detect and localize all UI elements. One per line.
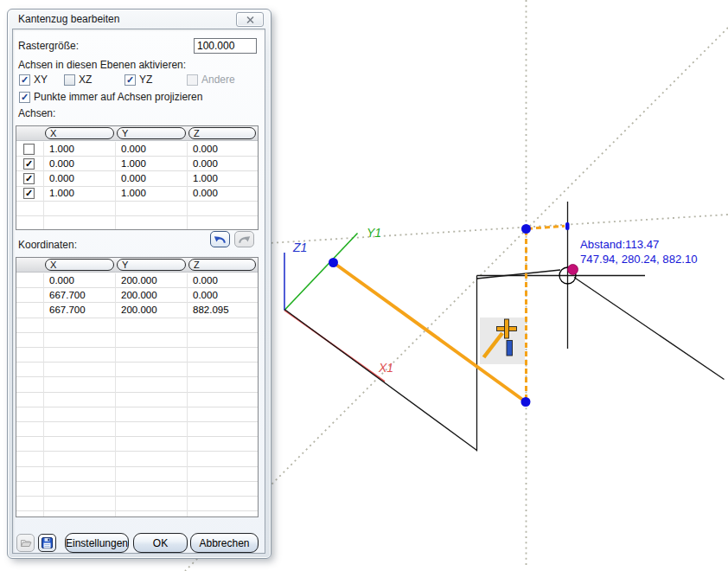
coord-cell-x[interactable]: 0.000 bbox=[49, 273, 74, 288]
open-folder-icon bbox=[20, 537, 32, 549]
checkbox-yz[interactable]: ✓ bbox=[125, 74, 136, 86]
koordinaten-row: 667.700 200.000 882.095 bbox=[16, 303, 258, 318]
axis-cell-x[interactable]: 0.000 bbox=[49, 157, 74, 171]
checkbox-xy-label: XY bbox=[34, 74, 48, 86]
redo-icon bbox=[238, 234, 251, 245]
achsen-row: 1.000 0.000 0.000 bbox=[16, 142, 258, 157]
close-button[interactable] bbox=[236, 12, 264, 27]
abbrechen-button[interactable]: Abbrechen bbox=[190, 533, 259, 553]
koordinaten-table: X Y Z 0.000 200.000 0.000 667.700 200.00… bbox=[16, 257, 259, 517]
checkbox-xz[interactable] bbox=[64, 74, 75, 86]
kantenzug-dialog: Kantenzug bearbeiten Rastergröße: Achsen… bbox=[7, 9, 271, 559]
axis-x1-label: X1 bbox=[378, 361, 393, 375]
tool-icon-plus-v bbox=[505, 319, 509, 338]
axis-cell-x[interactable]: 1.000 bbox=[49, 142, 74, 157]
snap-point-magenta[interactable] bbox=[568, 265, 578, 275]
vertex-point-3 bbox=[521, 397, 531, 407]
coord-cell-x[interactable]: 667.700 bbox=[49, 303, 86, 318]
undo-button[interactable] bbox=[210, 231, 230, 247]
plane-yz: ✓ YZ bbox=[125, 74, 152, 86]
axis-enable-checkbox[interactable]: ✓ bbox=[23, 188, 35, 199]
axis-cell-y[interactable]: 1.000 bbox=[121, 157, 146, 171]
einstellungen-button[interactable]: Einstellungen bbox=[65, 533, 129, 553]
raster-label: Rastergröße: bbox=[18, 40, 79, 52]
edge-diagonal-right bbox=[574, 278, 725, 380]
save-floppy-icon bbox=[42, 537, 53, 549]
axis-cell-z[interactable]: 0.000 bbox=[193, 142, 218, 157]
coord-cell-y[interactable]: 200.000 bbox=[121, 273, 157, 288]
axis-cell-y[interactable]: 0.000 bbox=[121, 142, 146, 157]
achsen-table: X Y Z 1.000 0.000 0.000 ✓ 0.000 1.000 0.… bbox=[16, 125, 259, 230]
tool-cursor-icon bbox=[480, 318, 525, 364]
achsen-label: Achsen: bbox=[18, 107, 55, 119]
coord-cell-z[interactable]: 0.000 bbox=[193, 288, 218, 303]
polyline-points[interactable] bbox=[329, 222, 570, 407]
plane-xy: ✓ XY bbox=[19, 74, 48, 86]
edge-sloped bbox=[477, 270, 561, 279]
load-button bbox=[16, 534, 35, 552]
axis-cell-z[interactable]: 0.000 bbox=[193, 186, 218, 201]
achsen-col-header-x[interactable]: X bbox=[45, 127, 114, 139]
koord-col-header-y[interactable]: Y bbox=[117, 259, 186, 271]
save-button[interactable] bbox=[38, 534, 56, 552]
plane-andere: Andere bbox=[187, 74, 235, 86]
axis-cell-x[interactable]: 1.000 bbox=[49, 186, 74, 201]
planes-label: Achsen in diesen Ebenen aktivieren: bbox=[18, 59, 186, 71]
achsen-row: ✓ 0.000 0.000 1.000 bbox=[16, 171, 258, 186]
axis-enable-checkbox[interactable]: ✓ bbox=[23, 158, 35, 170]
achsen-col-header-z[interactable]: Z bbox=[188, 127, 256, 139]
axis-enable-checkbox[interactable]: ✓ bbox=[23, 173, 35, 184]
ucs-axes bbox=[284, 234, 385, 382]
tool-icon-background bbox=[480, 318, 525, 364]
koordinaten-label: Koordinaten: bbox=[18, 239, 77, 251]
titlebar[interactable]: Kantenzug bearbeiten bbox=[8, 10, 271, 29]
koord-col-header-z[interactable]: Z bbox=[188, 259, 256, 271]
coord-cell-y[interactable]: 200.000 bbox=[121, 288, 157, 303]
axis-cell-x[interactable]: 0.000 bbox=[49, 171, 74, 186]
koordinaten-row: 667.700 200.000 0.000 bbox=[16, 288, 258, 303]
checkbox-xy[interactable]: ✓ bbox=[19, 74, 30, 86]
achsen-row: ✓ 1.000 1.000 0.000 bbox=[16, 186, 258, 201]
checkbox-andere-label: Andere bbox=[201, 74, 235, 86]
edge-bottom-left bbox=[284, 310, 477, 451]
koordinaten-table-header: X Y Z bbox=[16, 258, 258, 273]
achsen-row: ✓ 0.000 1.000 0.000 bbox=[16, 157, 258, 171]
dialog-client: Rastergröße: Achsen in diesen Ebenen akt… bbox=[12, 29, 265, 554]
achsen-col-header-y[interactable]: Y bbox=[117, 127, 186, 139]
plane-xz: XZ bbox=[64, 74, 92, 86]
checkbox-xz-label: XZ bbox=[79, 74, 92, 86]
close-icon bbox=[246, 16, 254, 23]
vertex-point-2 bbox=[521, 224, 531, 234]
coord-cell-x[interactable]: 667.700 bbox=[49, 288, 86, 303]
axis-cell-z[interactable]: 0.000 bbox=[193, 157, 218, 171]
axis-cell-y[interactable]: 1.000 bbox=[121, 186, 146, 201]
axis-cell-y[interactable]: 0.000 bbox=[121, 171, 146, 186]
axis-y1-label: Y1 bbox=[367, 226, 381, 240]
distance-readout: Abstand:113.47 bbox=[580, 238, 659, 251]
coord-cell-z[interactable]: 882.095 bbox=[193, 303, 229, 318]
polyline-segments bbox=[334, 226, 565, 401]
coord-cell-y[interactable]: 200.000 bbox=[121, 303, 157, 318]
segment-dashed-horizontal bbox=[527, 226, 565, 228]
checkbox-project[interactable]: ✓ bbox=[19, 92, 30, 103]
ok-button[interactable]: OK bbox=[133, 533, 188, 553]
koord-col-header-x[interactable]: X bbox=[45, 259, 114, 271]
dialog-title: Kantenzug bearbeiten bbox=[18, 13, 119, 25]
redo-button bbox=[234, 231, 254, 247]
checkbox-andere bbox=[187, 74, 198, 86]
axis-z1-label: Z1 bbox=[292, 241, 307, 254]
undo-icon bbox=[214, 234, 227, 245]
vertex-point-1 bbox=[329, 258, 338, 267]
checkbox-project-label: Punkte immer auf Achsen projizieren bbox=[34, 91, 202, 103]
koordinaten-row: 0.000 200.000 0.000 bbox=[16, 273, 258, 288]
raster-input[interactable] bbox=[194, 38, 257, 54]
axis-end-marker bbox=[565, 222, 570, 230]
project-points-option: ✓ Punkte immer auf Achsen projizieren bbox=[19, 91, 202, 103]
axis-cell-z[interactable]: 1.000 bbox=[193, 171, 218, 186]
axis-enable-checkbox[interactable] bbox=[23, 144, 35, 155]
checkbox-yz-label: YZ bbox=[139, 74, 152, 86]
achsen-table-header: X Y Z bbox=[16, 126, 258, 141]
tool-icon-blue-bar bbox=[507, 341, 513, 356]
coords-readout: 747.94, 280.24, 882.10 bbox=[580, 253, 698, 266]
coord-cell-z[interactable]: 0.000 bbox=[193, 273, 218, 288]
